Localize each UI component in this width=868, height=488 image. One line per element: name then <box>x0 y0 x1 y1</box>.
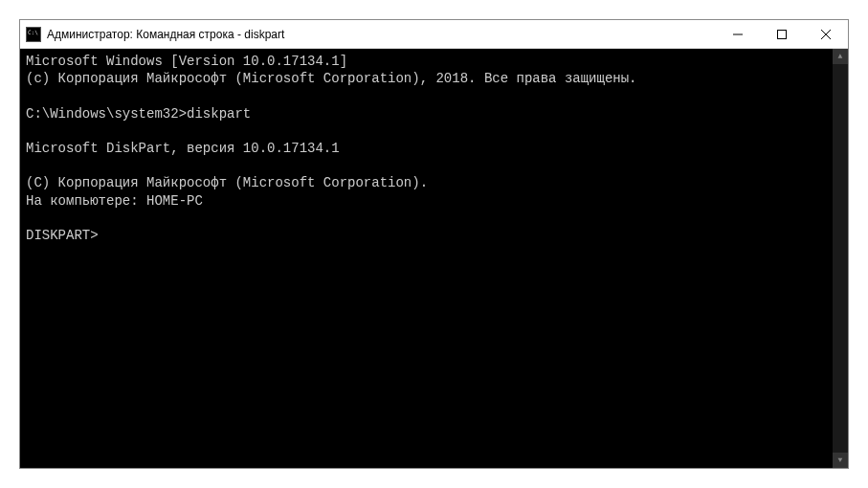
terminal-line: На компьютере: HOME-PC <box>26 192 842 210</box>
scrollbar[interactable]: ▲ ▼ <box>833 49 848 468</box>
window-controls <box>716 20 848 48</box>
terminal-area[interactable]: Microsoft Windows [Version 10.0.17134.1]… <box>20 49 848 468</box>
terminal-line <box>26 210 842 227</box>
scroll-down-icon[interactable]: ▼ <box>833 453 848 468</box>
svg-rect-1 <box>778 30 787 38</box>
terminal-line: (C) Корпорация Майкрософт (Microsoft Cor… <box>26 174 842 191</box>
cmd-icon <box>26 27 41 42</box>
title-left: Администратор: Командная строка - diskpa… <box>26 27 284 42</box>
terminal-line <box>26 122 842 140</box>
title-bar: Администратор: Командная строка - diskpa… <box>20 20 848 49</box>
scroll-up-icon[interactable]: ▲ <box>833 49 848 64</box>
terminal-line: Microsoft DiskPart, версия 10.0.17134.1 <box>26 140 842 157</box>
minimize-button[interactable] <box>716 20 760 48</box>
terminal-line <box>26 157 842 174</box>
terminal-line: Microsoft Windows [Version 10.0.17134.1] <box>26 53 842 70</box>
terminal-line <box>26 87 842 104</box>
window-title: Администратор: Командная строка - diskpa… <box>47 28 284 41</box>
terminal-prompt: DISKPART> <box>26 227 842 244</box>
command-prompt-window: Администратор: Командная строка - diskpa… <box>19 19 849 469</box>
maximize-button[interactable] <box>760 20 804 48</box>
terminal-line: C:\Windows\system32>diskpart <box>26 105 842 122</box>
terminal-line: (c) Корпорация Майкрософт (Microsoft Cor… <box>26 70 842 87</box>
close-button[interactable] <box>804 20 848 48</box>
